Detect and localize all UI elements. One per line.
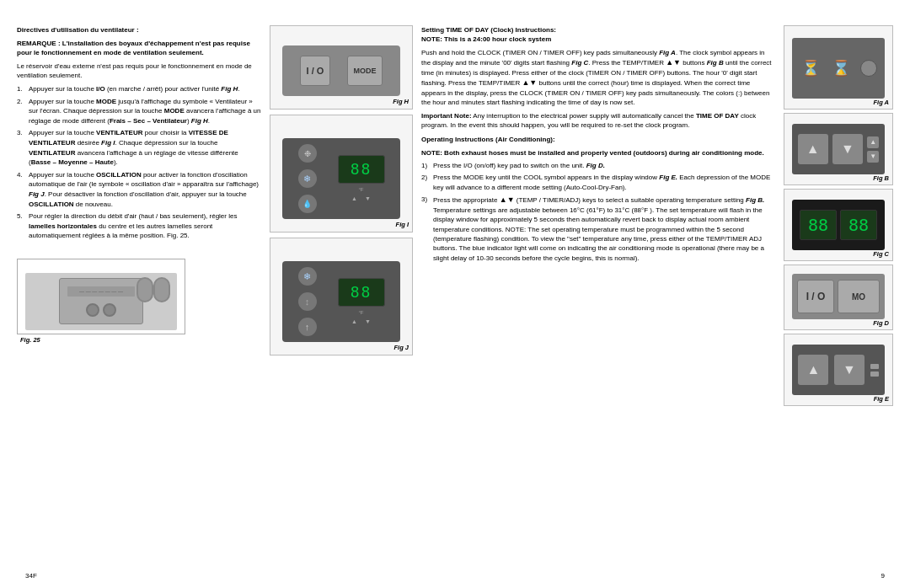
panel-j: ❄ ↕ ↑ 88 °F ▲ ▼ [282, 261, 400, 342]
fig-a-label: Fig A [874, 99, 889, 106]
mode-btn-d[interactable]: MO [838, 280, 880, 313]
right-text-content: Setting TIME OF DAY (Clock) Instructions… [421, 25, 775, 265]
panel-c: 88 88 [792, 200, 885, 250]
up-icon-j: ↑ [298, 318, 317, 336]
digit-display-c-right: 88 [840, 210, 877, 240]
oscillate-icon-j: ↕ [298, 292, 317, 311]
time-subheading: NOTE: This is a 24:00 hour clock system [421, 35, 551, 43]
arrow-down-icon-i[interactable]: ▼ [362, 195, 374, 203]
list-item: 3. Appuyer sur la touche VENTILATEUR pou… [17, 128, 261, 167]
panel-i: ❉ ❄ 💧 88 °F ▲ ▼ [282, 138, 400, 219]
digit-display-j: 88 [338, 278, 385, 307]
list-item: 2. Appuyer sur la touche MODE jusqu'à l'… [17, 97, 261, 126]
circle-btn-1[interactable] [860, 60, 877, 77]
panel-h: I / O MODE [282, 45, 400, 96]
far-right-figures-column: ⏳ ⌛ Fig A ▲ ▼ ▲ ▼ Fig B [784, 25, 893, 571]
snowflake-icon-j: ❄ [298, 267, 317, 286]
arrow-down-e[interactable]: ▼ [834, 355, 864, 385]
drop-icon: 💧 [298, 195, 317, 213]
right-instructions-column: Setting TIME OF DAY (Clock) Instructions… [421, 25, 775, 571]
display-area-i: 88 °F ▲ ▼ [338, 155, 385, 203]
fig-b-container: ▲ ▼ ▲ ▼ Fig B [784, 113, 893, 185]
fig-c-label: Fig C [873, 250, 889, 258]
side-icons-e [870, 364, 879, 377]
digit-display-i: 88 [338, 155, 385, 184]
fig-b-label: Fig B [873, 174, 889, 182]
list-item: 4. Appuyer sur la touche OSCILLATION pou… [17, 170, 261, 209]
fig-h-label: Fig H [393, 98, 409, 105]
fig-h-container: I / O MODE Fig H [270, 25, 413, 110]
fig-a-container: ⏳ ⌛ Fig A [784, 25, 893, 110]
fig-j-label: Fig J [393, 344, 409, 351]
panel-j-icons: ❄ ↕ ↑ [298, 267, 317, 336]
panel-e: ▲ ▼ [792, 345, 885, 395]
display-label-j: °F [358, 310, 363, 315]
fig-i-container: ❉ ❄ 💧 88 °F ▲ ▼ Fig I [270, 115, 413, 233]
mode-button-h[interactable]: MODE [347, 56, 383, 86]
fig25-container: — — — — — — — [17, 259, 185, 334]
list-item: 5. Pour régler la direction du débit d'a… [17, 211, 261, 241]
fig25-label: Fig. 25 [20, 336, 40, 344]
digit-display-c-left: 88 [800, 210, 837, 240]
panel-b: ▲ ▼ ▲ ▼ [792, 124, 885, 174]
arrow-down-b[interactable]: ▼ [832, 134, 863, 164]
ac-subheading: NOTE: Both exhaust hoses must be install… [421, 149, 764, 157]
fig-d-label: Fig D [873, 319, 889, 327]
panel-d: I / O MO [792, 274, 885, 319]
hourglass-icon-2: ⌛ [830, 51, 852, 85]
fig-j-container: ❄ ↕ ↑ 88 °F ▲ ▼ Fig J [270, 238, 413, 355]
list-item: 1. Appuyer sur la touche I/O (en marche … [17, 84, 261, 94]
ac-list-item: 1) Press the I/O (on/off) key pad to swi… [421, 161, 775, 170]
left-page-number: 34F [25, 572, 37, 580]
snowflake-icon: ❄ [298, 169, 317, 188]
middle-figures-column: I / O MODE Fig H ❉ ❄ 💧 88 °F [270, 25, 413, 571]
important-note: Important Note: Any interruption to the … [421, 111, 775, 131]
left-column: Directives d'utilisation du ventilateur … [17, 25, 261, 571]
fig-i-label: Fig I [396, 221, 409, 228]
left-para2: Le réservoir d'eau externe n'est pas req… [17, 61, 261, 81]
time-heading: Setting TIME OF DAY (Clock) Instructions… [421, 26, 556, 34]
arrow-down-icon-j[interactable]: ▼ [362, 318, 374, 326]
control-arrows-j: ▲ ▼ [349, 318, 374, 326]
display-area-j: 88 °F ▲ ▼ [338, 278, 385, 326]
panel-a: ⏳ ⌛ [792, 38, 885, 99]
page-numbers: 34F 9 [0, 572, 910, 580]
arrow-up-icon-j[interactable]: ▲ [349, 318, 361, 326]
time-body: Push and hold the CLOCK (TIMER ON / TIME… [421, 48, 775, 108]
io-button-h[interactable]: I / O [300, 56, 330, 86]
ac-list-item: 3) Press the appropriate ▲▼ (TEMP / TIME… [421, 195, 775, 263]
right-page-number: 9 [881, 572, 885, 580]
ac-heading: Operating Instructions (Air Conditioning… [421, 136, 555, 143]
small-icon-1: ▲ [867, 136, 879, 148]
ac-list-item: 2) Press the MODE key until the COOL sym… [421, 173, 775, 192]
arrow-up-icon-i[interactable]: ▲ [349, 195, 361, 203]
fig-e-label: Fig E [874, 395, 889, 403]
control-arrows-i: ▲ ▼ [349, 195, 374, 203]
left-para1: REMARQUE : L'installation des boyaux d'é… [17, 40, 250, 57]
fig-d-container: I / O MO Fig D [784, 265, 893, 330]
io-btn-d[interactable]: I / O [797, 280, 834, 313]
display-label-i: °F [358, 187, 363, 192]
hourglass-group-2: ⌛ [830, 51, 852, 85]
left-heading: Directives d'utilisation du ventilateur … [17, 26, 139, 34]
small-icon-2: ▼ [867, 151, 879, 163]
left-instructions: Directives d'utilisation du ventilateur … [17, 25, 261, 243]
hourglass-icon-1: ⏳ [800, 51, 822, 85]
fig-c-container: 88 88 Fig C [784, 189, 893, 261]
panel-i-icons: ❉ ❄ 💧 [298, 144, 317, 213]
hourglass-group: ⏳ [800, 51, 822, 85]
arrow-up-e[interactable]: ▲ [798, 355, 828, 385]
fig-e-container: ▲ ▼ Fig E [784, 334, 893, 406]
circle-buttons-a [860, 60, 877, 77]
arrow-up-b[interactable]: ▲ [798, 134, 828, 164]
small-icons-b: ▲ ▼ [867, 136, 879, 163]
fan-icon: ❉ [298, 144, 317, 163]
